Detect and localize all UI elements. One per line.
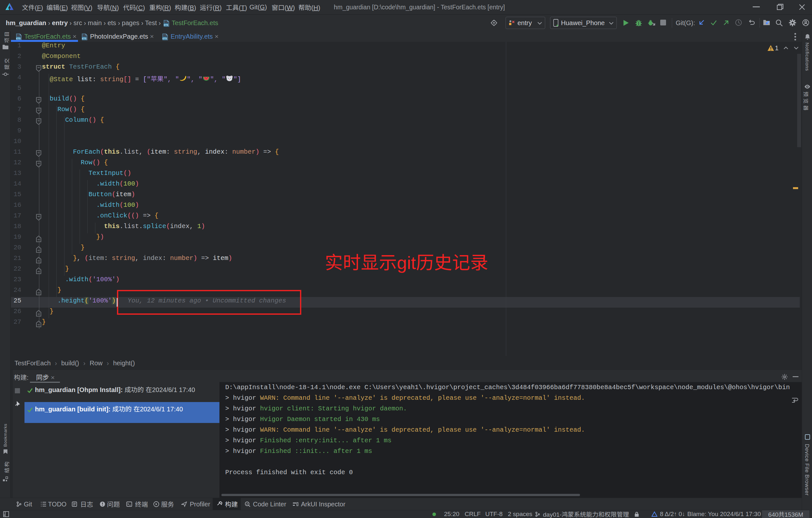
svg-text:ETS: ETS bbox=[163, 37, 167, 40]
svg-text:ETS: ETS bbox=[16, 37, 21, 40]
svg-text:ETS: ETS bbox=[82, 37, 86, 40]
